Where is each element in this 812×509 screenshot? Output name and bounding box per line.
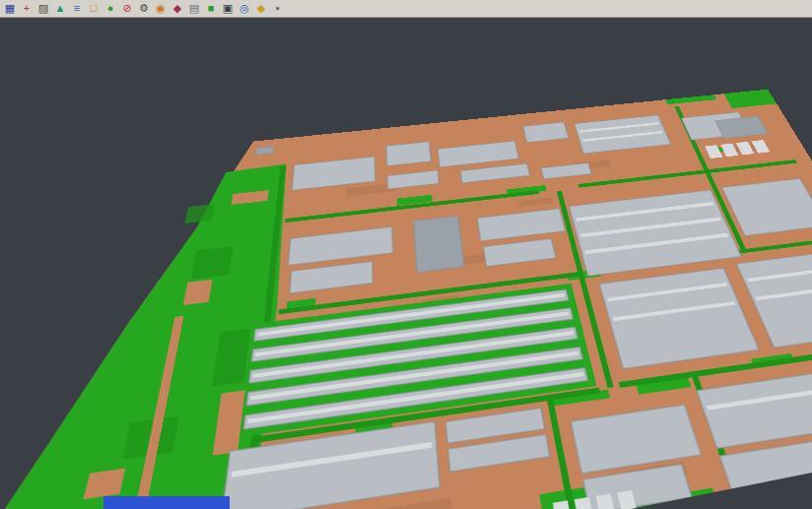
add-icon[interactable]: + — [19, 1, 34, 16]
sphere-icon[interactable]: ● — [102, 1, 118, 16]
marker-icon[interactable]: ◆ — [169, 1, 185, 16]
scan-boundary-cut — [631, 473, 812, 509]
layers-icon[interactable]: ≡ — [69, 1, 85, 16]
application-window: ▦ + ▨ ▲ ≡ □ ● ⊘ ⚙ ◉ ◆ ▤ ■ ▣ ◎ ◆ ▪ — [0, 0, 812, 509]
open-icon[interactable]: ▨ — [35, 1, 51, 16]
camera-icon[interactable]: ▣ — [220, 1, 236, 16]
viewport-3d[interactable] — [0, 18, 812, 509]
settings-gear-icon[interactable]: ⚙ — [136, 1, 152, 16]
display-grid-icon[interactable]: ▦ — [2, 1, 18, 16]
disable-icon[interactable]: ⊘ — [119, 1, 135, 16]
fill-color-icon[interactable]: ■ — [203, 1, 219, 16]
tools-icon[interactable]: ▪ — [270, 1, 286, 16]
grid-view-icon[interactable]: ▤ — [186, 1, 202, 16]
bounding-box-icon[interactable]: □ — [86, 1, 102, 16]
globe-icon[interactable]: ◎ — [237, 1, 252, 16]
mesh-terrain-icon[interactable]: ▲ — [52, 1, 68, 16]
point-pick-icon[interactable]: ◉ — [153, 1, 169, 16]
measure-icon[interactable]: ◆ — [253, 1, 269, 16]
viewport-overlay — [0, 18, 812, 509]
toolbar: ▦ + ▨ ▲ ≡ □ ● ⊘ ⚙ ◉ ◆ ▤ ■ ▣ ◎ ◆ ▪ — [0, 0, 812, 18]
blue-marker — [103, 496, 230, 509]
